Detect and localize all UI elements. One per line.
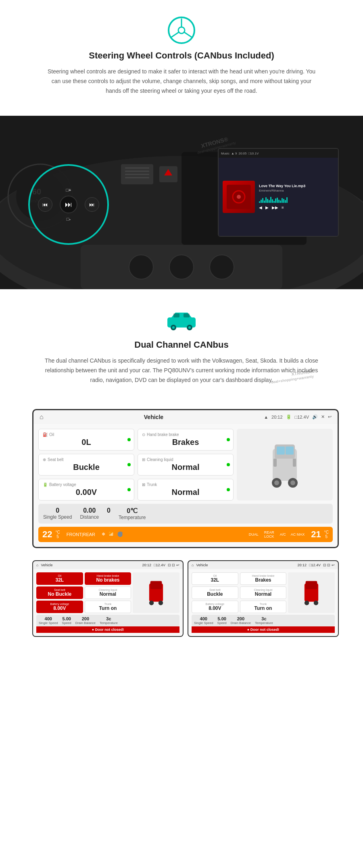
small-dash1-stat2-val: 200 xyxy=(82,616,89,621)
dash-status-bar: ▲ 20:12 🔋 □12.4V 🔊 ✕ ↩ xyxy=(264,414,332,419)
hu-player-content: Love The Way You Lie.mp3 Eminem/Rihanna … xyxy=(219,158,338,236)
waveform-bar xyxy=(270,197,271,203)
dash-ac-max-label: AC MAX xyxy=(291,532,305,536)
dash-dual-label: DUAL xyxy=(249,532,259,536)
dash-info-grid: ⛽ Oil 0L ⊙ Hand brake brake Brakes xyxy=(38,429,333,501)
small-dash2-stat2-val: 200 xyxy=(237,616,244,621)
dash-oil-status-dot xyxy=(127,438,131,441)
svg-rect-40 xyxy=(286,447,294,455)
small-dash2-door-warning: ● Door not closed! xyxy=(192,626,335,633)
dash-handbrake-card: ⊙ Hand brake brake Brakes xyxy=(138,429,234,451)
dash-stat-speed-label: Single Speed xyxy=(43,514,72,520)
small-dash2-title: Vehicle xyxy=(196,563,208,567)
dash-front-rear: FRONT|REAR xyxy=(67,532,95,537)
hu-menu-icon[interactable]: ≡ xyxy=(282,205,284,210)
svg-rect-31 xyxy=(173,313,179,317)
dash-cleaning-card: ⊞ Cleaning liquid Normal xyxy=(138,454,234,476)
small-dash2-brake-val: Brakes xyxy=(243,577,284,583)
small-dash1-trunk-label: Trunk xyxy=(88,603,129,605)
dash-vehicle-title: Vehicle xyxy=(52,414,256,420)
small-dash1-seatbelt-card: Seat belt No Buckle xyxy=(36,586,83,599)
svg-point-22 xyxy=(169,255,194,279)
dash-stat-other: 0 xyxy=(107,507,111,520)
dash-cross-icon: ✕ xyxy=(321,414,325,419)
sw-controls-row: ⏮ ⏭ ⏭ xyxy=(38,196,99,213)
small-dash1-oil-card: Oil 32L xyxy=(36,572,83,585)
dash-handbrake-value: Brakes xyxy=(142,438,229,447)
car-interior-image: 60 km/h XTRONS® deal+shopping+warranty □… xyxy=(0,116,363,289)
dash-ac-label: A/C xyxy=(280,532,286,536)
dash-seatbelt-value: Buckle xyxy=(43,463,130,472)
small-dash2-cleaning-label: Cleaning liquid xyxy=(243,588,284,591)
small-dash2-cleaning-val: Normal xyxy=(243,591,284,597)
small-dash1-door-warning: ● Door not closed! xyxy=(36,626,179,633)
small-dash2-header: ⌂ Vehicle 20:12 □12.4V ⊡ ⊡ ↩ xyxy=(188,561,338,569)
steering-circle-overlay: □+ ⏮ ⏭ ⏭ □- xyxy=(28,164,109,245)
small-dash2-batt-label: Battery voltage xyxy=(194,603,236,605)
play-pause-button[interactable]: ⏭ xyxy=(60,196,77,213)
small-dash1-batt-val: 8.00V xyxy=(39,605,80,611)
steering-description: Steering wheel controls are designed to … xyxy=(44,67,319,96)
dash-oil-card: ⛽ Oil 0L xyxy=(38,429,134,451)
dash-wifi-icon: ▲ xyxy=(264,415,268,419)
sw-vol-up-row: □+ xyxy=(66,188,71,192)
small-dash2-oil-card: Oil 32L xyxy=(192,572,238,585)
dash-fan-icon: ❄ xyxy=(102,532,105,537)
svg-point-36 xyxy=(188,326,191,329)
dash-temp-right: 21 xyxy=(311,529,321,540)
small-dash2-body: Oil 32L Hand brake brake Brakes xyxy=(188,569,338,636)
small-dash1-cleaning-val: Normal xyxy=(88,591,129,597)
dash-body: ⛽ Oil 0L ⊙ Hand brake brake Brakes xyxy=(33,424,338,547)
small-dash2-trunk-label: Trunk xyxy=(243,603,284,605)
dash-temp-right-unit: °C5 xyxy=(324,530,329,539)
waveform-bar xyxy=(282,198,283,203)
small-dash1-cleaning-card: Cleaning liquid Normal xyxy=(85,586,131,599)
small-dash2-stat3: 3c Temperature xyxy=(255,616,273,625)
dash-batt-status-dot xyxy=(127,488,131,491)
small-dash1-home: ⌂ xyxy=(36,563,38,567)
small-dash2-stat2-label: Drain Balance xyxy=(231,621,251,625)
small-dash1-brake-val: No brakes xyxy=(88,577,129,583)
dash-signal-icon: 📶 xyxy=(108,532,114,537)
steering-title: Steering Wheel Controls (CANbus Included… xyxy=(32,50,331,61)
small-dash2-batt: □12.4V xyxy=(309,563,321,567)
dash-stat-speed: 0 Single Speed xyxy=(43,507,72,520)
dash-header: ⌂ Vehicle ▲ 20:12 🔋 □12.4V 🔊 ✕ ↩ xyxy=(33,410,338,424)
hu-forward-icon[interactable]: ▶▶ xyxy=(272,205,278,210)
svg-rect-11 xyxy=(125,174,149,175)
small-dash1-grid: Oil 32L Hand brake brake No brakes xyxy=(36,572,179,613)
waveform-bar xyxy=(267,199,268,203)
dash-trunk-icon: ⊠ xyxy=(142,482,145,487)
svg-point-1 xyxy=(178,27,185,33)
small-dash2-stat3-label: Temperature xyxy=(255,621,273,625)
svg-point-54 xyxy=(314,601,318,605)
hu-play-icon[interactable]: ▶ xyxy=(265,205,269,210)
small-dash2-brake-label: Hand brake brake xyxy=(243,574,284,577)
dash-stats-row: 0 Single Speed 0.00 Distance 0 0℃ Temper… xyxy=(38,504,333,524)
waveform-bar xyxy=(286,197,288,203)
svg-point-21 xyxy=(129,255,153,279)
dash-batt-icon: 🔋 xyxy=(43,482,48,487)
hu-rewind-icon[interactable]: ◀ xyxy=(259,205,262,210)
small-dash2-batt-card: Battery voltage 8.00V xyxy=(192,601,238,613)
svg-rect-52 xyxy=(306,581,317,589)
prev-track-button[interactable]: ⏮ xyxy=(38,197,52,212)
svg-rect-45 xyxy=(273,459,277,467)
head-unit-screen: Music ▲ 9 20:05 □10.1V Love The Way You … xyxy=(218,148,339,237)
small-dash1-batt-card: Battery voltage 8.00V xyxy=(36,601,83,613)
dash-climate-bar: 22 °C5 FRONT|REAR ❄ 📶 🌀 DUAL REARLOCK A/… xyxy=(38,527,333,542)
next-track-button[interactable]: ⏭ xyxy=(85,197,99,212)
car-icon xyxy=(165,309,198,334)
small-dash1-body: Oil 32L Hand brake brake No brakes xyxy=(33,569,183,636)
waveform-bar xyxy=(273,201,275,203)
dash-ac-icon: 🌀 xyxy=(117,532,123,537)
waveform-bar xyxy=(265,197,267,203)
small-dash1-seatbelt-label: Seat belt xyxy=(39,588,80,591)
hu-track-name: Love The Way You Lie.mp3 xyxy=(259,184,334,188)
dash-batt-label: 🔋 Battery voltage xyxy=(43,482,130,487)
small-dash2-icons: ⊡ ⊡ ↩ xyxy=(323,563,335,567)
hu-waveform xyxy=(259,195,334,203)
svg-rect-39 xyxy=(277,447,285,455)
small-dash2-stats: 400 Single Speed 5.00 Speed 200 Drain Ba… xyxy=(192,615,335,626)
small-dash1-batt: □12.4V xyxy=(154,563,165,567)
